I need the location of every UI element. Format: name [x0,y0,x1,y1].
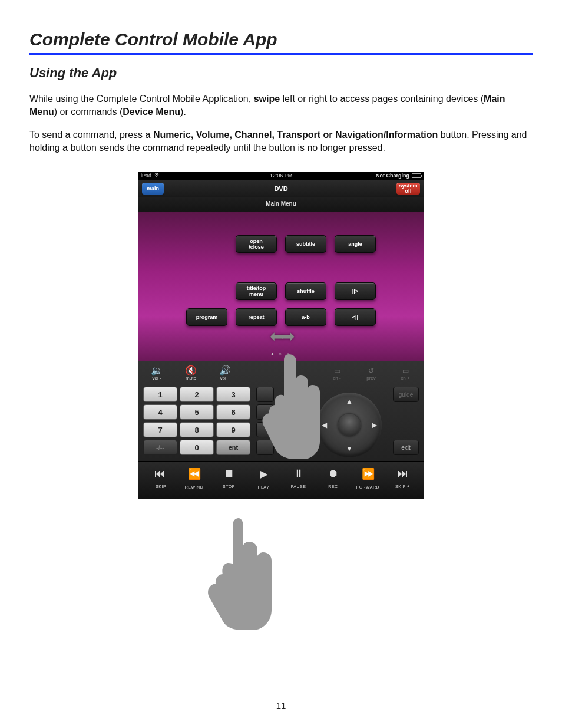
dpad-down[interactable]: ▼ [346,444,353,453]
transport-stop[interactable]: ⏹STOP [214,467,244,491]
key-8[interactable]: 8 [180,422,214,437]
cmd-title-top-menu[interactable]: title/topmenu [236,282,277,300]
vol-down-label: vol - [152,375,161,381]
dpad: ▲ ▼ ◀ ▶ [317,393,382,457]
vol-down-button[interactable]: 🔉vol - [143,366,170,381]
cmd-step-back[interactable]: <|| [335,308,376,326]
app-screenshot: iPad 12:06 PM Not Charging main DVD syst… [138,172,424,499]
ipad-statusbar: iPad 12:06 PM Not Charging [138,172,424,180]
ch-down-button[interactable]: ▭ch - [323,366,351,381]
app-titlebar: main DVD systemoff [138,180,424,197]
transport-pause[interactable]: ⏸PAUSE [284,467,313,491]
key-0[interactable]: 0 [180,440,214,455]
page-number: 11 [0,700,562,710]
key-5[interactable]: 5 [180,404,214,420]
rewind-icon: ⏪ [180,467,209,480]
key-ent[interactable]: ent [216,440,250,455]
subheader-main-menu: Main Menu [138,197,424,212]
p1-c: ) or commands ( [54,107,123,117]
p1-swipe: swipe [254,94,280,104]
ch-down-label: ch - [333,375,340,381]
info-button[interactable]: info [286,440,312,455]
statusbar-time: 12:06 PM [138,173,424,179]
dpad-select[interactable] [338,414,361,436]
cmd-subtitle[interactable]: subtitle [285,235,326,253]
paragraph-1: While using the Complete Control Mobile … [29,93,533,118]
cmd-shuffle[interactable]: shuffle [285,282,326,300]
cmd-program[interactable]: program [186,308,227,326]
key-3[interactable]: 3 [216,387,250,402]
prev-button[interactable]: ↺prev [358,366,385,381]
prev-icon: ↺ [358,366,385,375]
p1-b: left or right to access pages containing… [280,94,484,104]
rewind-label: REWIND [185,485,203,489]
key-7[interactable]: 7 [143,422,177,437]
jump-3[interactable] [256,422,274,437]
ch-up-button[interactable]: ▭ch + [392,366,419,381]
jump-1[interactable] [256,387,274,402]
volume-down-icon: 🔉 [143,366,170,375]
jump-2[interactable] [256,404,274,420]
nav-cluster: guide ▲ ▼ ◀ ▶ info exit [280,387,419,455]
title-center: DVD [138,185,424,192]
stop-label: STOP [223,485,235,489]
cmd-step-fwd[interactable]: ||> [335,282,376,300]
skip-back-label: - SKIP [153,485,166,489]
mute-label: mute [186,375,196,381]
device-command-panel[interactable]: open/close subtitle angle title/topmenu … [138,212,424,361]
dpad-right[interactable]: ▶ [372,421,377,429]
pause-icon: ⏸ [284,467,313,480]
rec-label: REC [328,485,338,489]
battery-icon [412,173,421,178]
transport-skip-back[interactable]: ⏮- SKIP [145,467,174,491]
hand-press-icon [197,513,280,631]
ch-down-icon: ▭ [323,366,351,375]
transport-forward[interactable]: ⏩FORWARD [353,467,383,491]
transport-skip-fwd[interactable]: ⏭SKIP + [388,467,418,491]
key-2[interactable]: 2 [180,387,214,402]
ch-up-label: ch + [401,375,409,381]
key-dash[interactable]: -/-- [143,440,177,455]
record-icon: ⏺ [319,467,348,480]
guide-button[interactable]: guide [393,387,419,402]
prev-label: prev [366,375,376,381]
dpad-up[interactable]: ▲ [346,397,353,406]
key-9[interactable]: 9 [216,422,250,437]
dpad-left[interactable]: ◀ [322,421,327,429]
transport-bar: ⏮- SKIP ⏪REWIND ⏹STOP ▶PLAY ⏸PAUSE ⏺REC … [138,461,424,499]
mute-icon: 🔇 [177,366,204,375]
forward-icon: ⏩ [353,467,383,480]
paragraph-2: To send a command, press a Numeric, Volu… [29,129,533,154]
exit-button[interactable]: exit [393,440,419,455]
vol-up-label: vol + [220,375,230,381]
cmd-repeat[interactable]: repeat [236,308,277,326]
forward-label: FORWARD [356,485,379,489]
mute-button[interactable]: 🔇mute [177,366,204,381]
key-6[interactable]: 6 [216,404,250,420]
key-4[interactable]: 4 [143,404,177,420]
p1-a: While using the Complete Control Mobile … [29,94,254,104]
doc-subtitle: Using the App [29,65,533,81]
doc-title: Complete Control Mobile App [29,29,533,55]
skip-fwd-icon: ⏭ [388,467,418,480]
transport-rewind[interactable]: ⏪REWIND [180,467,209,491]
numeric-keypad: 1 2 3 4 5 6 7 8 9 -/-- 0 ent [143,387,250,455]
cmd-a-b[interactable]: a-b [285,308,326,326]
p1-d: ). [180,107,186,117]
vol-up-button[interactable]: 🔊vol + [211,366,239,381]
key-1[interactable]: 1 [143,387,177,402]
cmd-open-close[interactable]: open/close [236,235,277,253]
skip-back-icon: ⏮ [145,467,174,480]
transport-rec[interactable]: ⏺REC [319,467,348,491]
jump-4[interactable] [256,440,274,455]
ch-up-icon: ▭ [392,366,419,375]
p1-device: Device Menu [123,107,180,117]
cmd-angle[interactable]: angle [335,235,376,253]
jump-buttons [256,387,274,455]
page-dots: ● ○ ○ [271,351,291,357]
stop-icon: ⏹ [214,467,244,480]
lower-controls: 🔉vol - 🔇mute 🔊vol + ▭ch - ↺prev ▭ch + 1 … [138,361,424,499]
p2-a: To send a command, press a [29,130,153,140]
swipe-arrows-icon: ⬅➡ [270,327,292,346]
transport-play[interactable]: ▶PLAY [249,467,279,491]
